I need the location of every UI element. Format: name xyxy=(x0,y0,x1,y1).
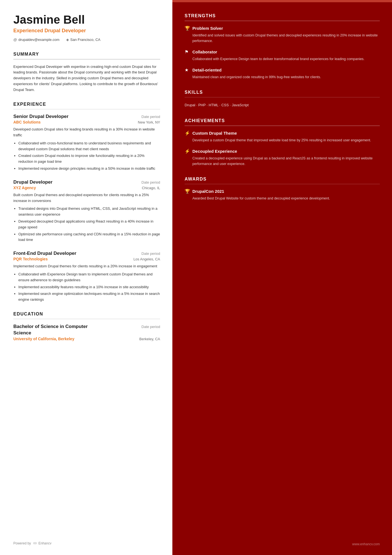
edu-date: Date period xyxy=(142,325,160,329)
award-1-header: 🏆 DrupalCon 2021 xyxy=(185,189,380,194)
job-1-header: Senior Drupal Developer Date period xyxy=(13,114,160,119)
experience-section: EXPERIENCE Senior Drupal Developer Date … xyxy=(13,102,160,303)
summary-divider xyxy=(13,59,160,60)
email-text: drupaldev@example.com xyxy=(18,38,59,42)
email-icon: @ xyxy=(13,38,17,42)
achievement-2-title: Decoupled Experience xyxy=(192,149,237,154)
skills-text: Drupal · PHP · HTML · CSS · JavaScript xyxy=(185,102,380,108)
summary-section: SUMMARY Experienced Drupal Developer wit… xyxy=(13,52,160,93)
job-1-bullet-1: Collaborated with cross-functional teams… xyxy=(18,140,160,152)
job-3-sub: PQR Technologies Los Angeles, CA xyxy=(13,257,160,261)
edu-location: Berkeley, CA xyxy=(139,337,160,341)
email-contact: @ drupaldev@example.com xyxy=(13,38,59,42)
job-1-desc: Developed custom Drupal sites for leadin… xyxy=(13,127,160,138)
job-2-desc: Built custom Drupal themes and decoupled… xyxy=(13,192,160,204)
strengths-section: STRENGTHS 🏆 Problem Solver Identified an… xyxy=(185,13,380,80)
trophy-icon: 🏆 xyxy=(185,26,190,31)
education-section: EDUCATION Bachelor of Science in Compute… xyxy=(13,312,160,341)
job-2-title: Drupal Developer xyxy=(13,179,53,185)
job-2-location: Chicago, IL xyxy=(142,186,160,190)
strength-3-text: Maintained clean and organized code resu… xyxy=(185,74,380,80)
skills-title: SKILLS xyxy=(185,90,380,95)
edu-sub: University of California, Berkeley Berke… xyxy=(13,337,160,341)
job-3-location: Los Angeles, CA xyxy=(133,257,160,261)
job-3-desc: Implemented custom Drupal themes for cli… xyxy=(13,263,160,269)
job-1-company: ABC Solutions xyxy=(13,120,41,124)
achievement-1-header: ⚡ Custom Drupal Theme xyxy=(185,130,380,136)
job-3-bullets: Collaborated with Experience Design team… xyxy=(13,272,160,303)
website-text: www.enhancv.com xyxy=(352,542,380,546)
strength-1-title: Problem Solver xyxy=(192,26,223,31)
job-1-location: New York, NY xyxy=(138,120,160,124)
job-2-bullets: Translated designs into Drupal themes us… xyxy=(13,206,160,243)
flag-icon: ⚑ xyxy=(185,49,190,55)
job-3-title: Front-End Drupal Developer xyxy=(13,251,76,256)
powered-by-label: Powered by xyxy=(13,541,31,545)
edu-header: Bachelor of Science in Computer Science … xyxy=(13,324,160,336)
achievement-2-text: Created a decoupled experience using Dru… xyxy=(185,156,380,167)
job-2-date: Date period xyxy=(142,180,160,184)
left-column: Jasmine Bell Experienced Drupal Develope… xyxy=(0,0,172,555)
skills-divider xyxy=(185,97,380,98)
achievement-2: ⚡ Decoupled Experience Created a decoupl… xyxy=(185,149,380,167)
job-3-bullet-1: Collaborated with Experience Design team… xyxy=(18,272,160,283)
job-1-sub: ABC Solutions New York, NY xyxy=(13,120,160,124)
award-1-title: DrupalCon 2021 xyxy=(192,189,224,194)
enhancv-logo: ∞ Enhancv xyxy=(33,540,51,546)
job-2: Drupal Developer Date period XYZ Agency … xyxy=(13,179,160,243)
awards-divider xyxy=(185,184,380,184)
strength-3-title: Detail-oriented xyxy=(192,68,222,72)
job-2-company: XYZ Agency xyxy=(13,186,36,190)
strength-2: ⚑ Collaborator Collaborated with Experie… xyxy=(185,49,380,62)
achievement-2-icon: ⚡ xyxy=(185,149,190,154)
job-3-company: PQR Technologies xyxy=(13,257,48,261)
education-divider xyxy=(13,319,160,319)
right-column: STRENGTHS 🏆 Problem Solver Identified an… xyxy=(172,0,392,555)
achievement-1-text: Developed a custom Drupal theme that imp… xyxy=(185,137,380,143)
strengths-title: STRENGTHS xyxy=(185,13,380,18)
achievement-1: ⚡ Custom Drupal Theme Developed a custom… xyxy=(185,130,380,143)
job-1-bullet-2: Created custom Drupal modules to improve… xyxy=(18,153,160,165)
job-3-bullet-3: Implemented search engine optimization t… xyxy=(18,291,160,303)
education-title: EDUCATION xyxy=(13,312,160,317)
job-2-bullet-2: Developed decoupled Drupal applications … xyxy=(18,219,160,230)
achievement-1-icon: ⚡ xyxy=(185,130,190,136)
job-1-bullet-3: Implemented responsive design principles… xyxy=(18,166,160,172)
job-3-header: Front-End Drupal Developer Date period xyxy=(13,251,160,256)
strengths-divider xyxy=(185,21,380,21)
edu-school: University of California, Berkeley xyxy=(13,337,74,341)
edu-degree: Bachelor of Science in Computer Science xyxy=(13,324,91,336)
achievements-section: ACHIEVEMENTS ⚡ Custom Drupal Theme Devel… xyxy=(185,118,380,167)
contact-info: @ drupaldev@example.com ◈ San Francisco,… xyxy=(13,38,160,42)
job-2-bullet-1: Translated designs into Drupal themes us… xyxy=(18,206,160,218)
location-text: San Francisco, CA xyxy=(70,38,100,42)
award-1: 🏆 DrupalCon 2021 Awarded Best Drupal Web… xyxy=(185,189,380,201)
strength-2-header: ⚑ Collaborator xyxy=(185,49,380,55)
location-icon: ◈ xyxy=(66,38,69,42)
achievement-1-title: Custom Drupal Theme xyxy=(192,131,237,135)
job-2-sub: XYZ Agency Chicago, IL xyxy=(13,186,160,190)
job-3-bullet-2: Implemented accessibility features resul… xyxy=(18,284,160,290)
strength-2-title: Collaborator xyxy=(192,50,217,54)
infinity-icon: ∞ xyxy=(33,540,37,546)
job-1-bullets: Collaborated with cross-functional teams… xyxy=(13,140,160,172)
location-contact: ◈ San Francisco, CA xyxy=(66,38,100,42)
achievements-title: ACHIEVEMENTS xyxy=(185,118,380,123)
candidate-name: Jasmine Bell xyxy=(13,13,160,26)
right-footer: www.enhancv.com xyxy=(352,542,380,546)
summary-text: Experienced Drupal Developer with expert… xyxy=(13,64,160,93)
experience-divider xyxy=(13,109,160,110)
resume-container: Jasmine Bell Experienced Drupal Develope… xyxy=(0,0,392,555)
achievement-2-header: ⚡ Decoupled Experience xyxy=(185,149,380,154)
awards-section: AWARDS 🏆 DrupalCon 2021 Awarded Best Dru… xyxy=(185,177,380,201)
job-1-title: Senior Drupal Developer xyxy=(13,114,68,119)
job-2-bullet-3: Optimized site performance using caching… xyxy=(18,231,160,243)
awards-title: AWARDS xyxy=(185,177,380,182)
strength-1: 🏆 Problem Solver Identified and solved i… xyxy=(185,26,380,44)
strength-1-header: 🏆 Problem Solver xyxy=(185,26,380,31)
job-2-header: Drupal Developer Date period xyxy=(13,179,160,185)
star-icon: ★ xyxy=(185,67,190,73)
job-1: Senior Drupal Developer Date period ABC … xyxy=(13,114,160,172)
skills-section: SKILLS Drupal · PHP · HTML · CSS · JavaS… xyxy=(185,90,380,108)
summary-title: SUMMARY xyxy=(13,52,160,57)
